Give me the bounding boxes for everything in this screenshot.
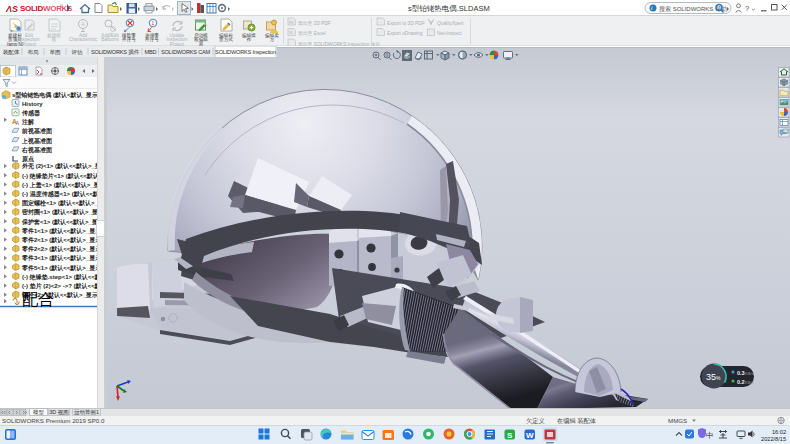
svg-text:导出至 SOLIDWORKS Inspection 项目: 导出至 SOLIDWORKS Inspection 项目	[298, 41, 380, 47]
svg-text:中: 中	[706, 431, 714, 440]
svg-text:保护套<1> (默认<<默认>_显示状: 保护套<1> (默认<<默认>_显示状	[21, 218, 107, 226]
svg-text:KB/s: KB/s	[745, 380, 753, 385]
svg-text:History: History	[22, 101, 43, 107]
svg-text:3D 视图: 3D 视图	[49, 409, 69, 416]
svg-text:0.2: 0.2	[737, 379, 745, 385]
svg-text:Characteristic: Characteristic	[69, 37, 98, 42]
svg-text:前视基准面: 前视基准面	[21, 127, 53, 135]
svg-text:传感器: 传感器	[21, 109, 41, 117]
svg-text:Export eDrawing: Export eDrawing	[387, 31, 423, 36]
svg-text:35: 35	[706, 372, 716, 382]
svg-text:SOLIDWORKS CAM: SOLIDWORKS CAM	[161, 49, 211, 55]
svg-text:零件5<1> (默认<<默认>_显示状态: 零件5<1> (默认<<默认>_显示状态	[21, 264, 107, 272]
svg-text:配合: 配合	[22, 291, 54, 308]
svg-text:?: ?	[745, 4, 749, 13]
svg-text:上视基准面: 上视基准面	[21, 137, 53, 145]
svg-text:s型铂铑热电偶 (默认<默认_显示状态-1: s型铂铑热电偶 (默认<默认_显示状态-1	[12, 91, 107, 99]
svg-text:XL: XL	[289, 31, 293, 35]
svg-text:查方式: 查方式	[219, 37, 233, 43]
svg-text:(-) 上盖<1> (默认<<默认>_显示状: (-) 上盖<1> (默认<<默认>_显示状	[22, 181, 107, 189]
svg-text:®: ®	[60, 3, 63, 8]
svg-text:密封圈<1> (默认<<默认>_显示状: 密封圈<1> (默认<<默认>_显示状	[22, 208, 107, 216]
svg-text:零件3<1> (默认<<默认>_显示状态: 零件3<1> (默认<<默认>_显示状态	[21, 254, 107, 262]
svg-text:作: 作	[246, 37, 252, 42]
svg-text:板: 板	[52, 37, 57, 42]
svg-text:件序号: 件序号	[121, 37, 136, 42]
svg-text:方: 方	[270, 37, 275, 43]
svg-text:MBD: MBD	[145, 49, 157, 55]
svg-text:零件1<1> (默认<<默认>_显示状态: 零件1<1> (默认<<默认>_显示状态	[21, 227, 107, 235]
svg-text:注解: 注解	[21, 118, 34, 126]
svg-text:固定螺栓<1> (默认<<默认>_显示状: 固定螺栓<1> (默认<<默认>_显示状	[22, 199, 107, 207]
svg-text:导出至 Excel: 导出至 Excel	[298, 30, 325, 36]
svg-text:(-) 温度传感器<1> (默认<<默认>_: (-) 温度传感器<1> (默认<<默认>_	[22, 190, 107, 198]
svg-text:0.3: 0.3	[737, 370, 745, 376]
svg-text:SOLIDWORKS Premium 2019 SP0.0: SOLIDWORKS Premium 2019 SP0.0	[2, 417, 105, 424]
svg-text:S: S	[507, 431, 513, 440]
svg-text:零件2<1> (默认<<默认>_显示状态: 零件2<1> (默认<<默认>_显示状态	[21, 236, 107, 244]
svg-text:草图: 草图	[50, 49, 61, 55]
svg-text:%: %	[716, 375, 721, 381]
svg-text:件序号: 件序号	[144, 37, 159, 42]
svg-text:欠定义: 欠定义	[526, 417, 545, 425]
svg-text:16:02: 16:02	[772, 429, 786, 435]
svg-text:A: A	[81, 21, 85, 27]
svg-text:PD: PD	[289, 21, 294, 25]
svg-text:W: W	[526, 431, 534, 440]
svg-text:QualityXpert: QualityXpert	[437, 21, 464, 26]
svg-text:A: A	[16, 120, 20, 126]
svg-text:零件2<2> (默认<<默认>_显示状态: 零件2<2> (默认<<默认>_显示状态	[21, 245, 107, 253]
svg-text:Export to 3D PDF: Export to 3D PDF	[387, 21, 425, 26]
svg-text:(-) 垫片 (2)<2> ->? (默认<<默认: (-) 垫片 (2)<2> ->? (默认<<默认	[22, 282, 107, 290]
svg-text:SOLIDWORKS: SOLIDWORKS	[20, 4, 73, 13]
svg-text:KB/s: KB/s	[745, 371, 753, 376]
svg-text:模型: 模型	[33, 409, 45, 415]
svg-text:2022/8/15: 2022/8/15	[761, 436, 786, 442]
svg-text:MMGS: MMGS	[668, 417, 687, 424]
svg-text:s型铂铑热电偶.SLDASM: s型铂铑热电偶.SLDASM	[408, 4, 490, 13]
svg-text:(-) 绝缘垫.step<1> (默认<<默认>: (-) 绝缘垫.step<1> (默认<<默认>	[22, 273, 107, 281]
svg-text:装配体: 装配体	[3, 49, 20, 56]
svg-text:在编辑 装配体: 在编辑 装配体	[557, 417, 597, 425]
svg-text:外壳 (2)<1> (默认<<默认>_显示状: 外壳 (2)<1> (默认<<默认>_显示状	[22, 162, 107, 170]
svg-text:布局: 布局	[28, 49, 39, 56]
svg-text:导出至 2D PDF: 导出至 2D PDF	[298, 20, 331, 26]
svg-text:右视基准面: 右视基准面	[21, 146, 53, 154]
svg-text:评估: 评估	[72, 49, 83, 56]
svg-text:(-) 绝缘垫片<1> (默认<<默认>_显: (-) 绝缘垫片<1> (默认<<默认>_显	[22, 172, 107, 180]
svg-text:ΛS: ΛS	[5, 4, 18, 14]
svg-text:Net-Inspect: Net-Inspect	[437, 31, 462, 36]
svg-text:SOLIDWORKS 插件: SOLIDWORKS 插件	[91, 49, 140, 56]
svg-text:1: 1	[152, 20, 155, 26]
svg-text:运动算例1: 运动算例1	[74, 409, 99, 416]
svg-text:SOLIDWORKS Inspection: SOLIDWORKS Inspection	[215, 49, 276, 55]
svg-text:Balloons: Balloons	[101, 37, 119, 42]
